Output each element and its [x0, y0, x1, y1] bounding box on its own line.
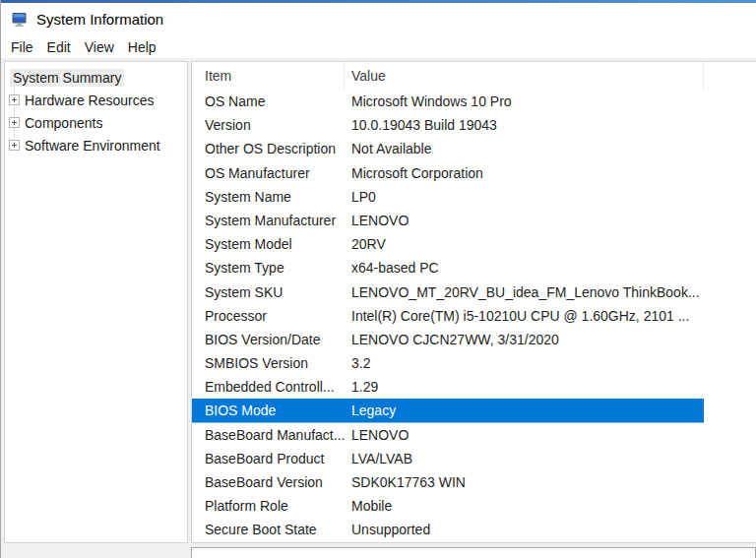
- sidebar-item-system-summary[interactable]: System Summary: [5, 66, 187, 89]
- table-row[interactable]: System Name LP0: [192, 185, 704, 209]
- row-item-cell: SMBIOS Version: [192, 355, 345, 371]
- table-row[interactable]: System SKU LENOVO_MT_20RV_BU_idea_FM_Len…: [192, 280, 704, 304]
- row-item-cell: BIOS Mode: [192, 403, 345, 418]
- table-row[interactable]: BIOS Version/Date LENOVO CJCN27WW, 3/31/…: [192, 328, 704, 351]
- row-item-cell: Processor: [192, 308, 345, 324]
- row-value-cell: Microsoft Corporation: [345, 165, 704, 181]
- table-row[interactable]: Version 10.0.19043 Build 19043: [192, 113, 704, 137]
- table-row[interactable]: BaseBoard Manufact... LENOVO: [192, 423, 704, 447]
- table-row[interactable]: Secure Boot State Unsupported: [192, 518, 704, 541]
- row-value-cell: Mobile: [345, 498, 704, 514]
- row-item-cell: Other OS Description: [192, 141, 345, 156]
- table-row[interactable]: Embedded Controll... 1.29: [192, 375, 704, 399]
- row-value-cell: Microsoft Windows 10 Pro: [345, 93, 704, 109]
- row-item-cell: BaseBoard Manufact...: [192, 427, 345, 443]
- find-panel-partial: [191, 547, 756, 558]
- details-list: Item Value OS Name Microsoft Windows 10 …: [191, 61, 756, 543]
- tree-item-label: Components: [22, 114, 105, 132]
- navigation-tree: System Summary Hardware Resources Compon…: [4, 61, 188, 543]
- system-information-icon: [12, 12, 28, 28]
- table-row[interactable]: BaseBoard Product LVA/LVAB: [192, 447, 704, 470]
- table-row[interactable]: System Type x64-based PC: [192, 256, 704, 279]
- system-information-window: System Information FileEditViewHelp Syst…: [0, 0, 756, 558]
- row-item-cell: Secure Boot State: [192, 522, 345, 537]
- row-value-cell: Unsupported: [345, 522, 704, 537]
- table-row[interactable]: System Model 20RV: [192, 232, 704, 256]
- table-row[interactable]: Platform Role Mobile: [192, 494, 704, 518]
- client-area: System Summary Hardware Resources Compon…: [1, 58, 756, 558]
- row-value-cell: LVA/LVAB: [345, 451, 704, 466]
- expand-plus-icon[interactable]: [9, 140, 20, 151]
- row-item-cell: System Manufacturer: [192, 213, 345, 228]
- window-title: System Information: [36, 11, 163, 28]
- row-item-cell: Embedded Controll...: [192, 379, 345, 395]
- tree-item-label: Hardware Resources: [22, 92, 158, 109]
- row-value-cell: 3.2: [345, 355, 704, 371]
- sidebar-item-hardware-resources[interactable]: Hardware Resources: [5, 89, 187, 111]
- expand-plus-icon[interactable]: [9, 117, 20, 128]
- table-row[interactable]: BaseBoard Version SDK0K17763 WIN: [192, 470, 704, 494]
- row-item-cell: Platform Role: [192, 498, 345, 514]
- tree-item-label: Software Environment: [22, 137, 163, 155]
- row-value-cell: 10.0.19043 Build 19043: [345, 117, 704, 133]
- row-value-cell: LENOVO_MT_20RV_BU_idea_FM_Lenovo ThinkBo…: [345, 284, 704, 300]
- row-value-cell: LENOVO: [345, 213, 704, 228]
- menu-view[interactable]: View: [78, 37, 121, 57]
- row-value-cell: LENOVO: [345, 427, 704, 443]
- row-value-cell: 20RV: [345, 236, 704, 252]
- table-row[interactable]: SMBIOS Version 3.2: [192, 351, 704, 375]
- table-row[interactable]: Processor Intel(R) Core(TM) i5-10210U CP…: [192, 304, 704, 328]
- row-value-cell: Legacy: [345, 403, 704, 418]
- row-value-cell: 1.29: [345, 379, 704, 395]
- row-value-cell: LP0: [345, 189, 704, 205]
- row-value-cell: Not Available: [345, 141, 704, 156]
- sidebar-item-software-environment[interactable]: Software Environment: [5, 134, 187, 156]
- table-row[interactable]: System Manufacturer LENOVO: [192, 209, 704, 232]
- row-item-cell: System Model: [192, 236, 345, 252]
- column-header-item[interactable]: Item: [192, 62, 345, 90]
- menu-edit[interactable]: Edit: [40, 37, 78, 57]
- column-header-value[interactable]: Value: [345, 62, 704, 90]
- row-item-cell: OS Manufacturer: [192, 165, 345, 181]
- expand-plus-icon[interactable]: [9, 94, 20, 105]
- row-item-cell: System Type: [192, 260, 345, 276]
- row-item-cell: BIOS Version/Date: [192, 332, 345, 347]
- row-value-cell: Intel(R) Core(TM) i5-10210U CPU @ 1.60GH…: [345, 308, 704, 324]
- row-item-cell: Version: [192, 117, 345, 133]
- menu-help[interactable]: Help: [121, 37, 163, 57]
- row-item-cell: System SKU: [192, 284, 345, 300]
- list-header: Item Value: [192, 62, 756, 90]
- row-item-cell: OS Name: [192, 93, 345, 109]
- menu-file[interactable]: File: [4, 37, 40, 57]
- sidebar-item-components[interactable]: Components: [5, 111, 187, 134]
- row-item-cell: System Name: [192, 189, 345, 205]
- tree-item-label: System Summary: [10, 69, 124, 87]
- row-value-cell: SDK0K17763 WIN: [345, 474, 704, 490]
- title-bar[interactable]: System Information: [1, 3, 756, 35]
- table-row[interactable]: BIOS Mode Legacy: [192, 399, 704, 422]
- table-row[interactable]: Other OS Description Not Available: [192, 137, 704, 160]
- row-item-cell: BaseBoard Product: [192, 451, 345, 466]
- row-item-cell: BaseBoard Version: [192, 474, 345, 490]
- table-row[interactable]: OS Manufacturer Microsoft Corporation: [192, 161, 704, 185]
- row-value-cell: x64-based PC: [345, 260, 704, 276]
- menu-bar: FileEditViewHelp: [1, 35, 756, 58]
- table-row[interactable]: OS Name Microsoft Windows 10 Pro: [192, 90, 704, 113]
- row-value-cell: LENOVO CJCN27WW, 3/31/2020: [345, 332, 704, 347]
